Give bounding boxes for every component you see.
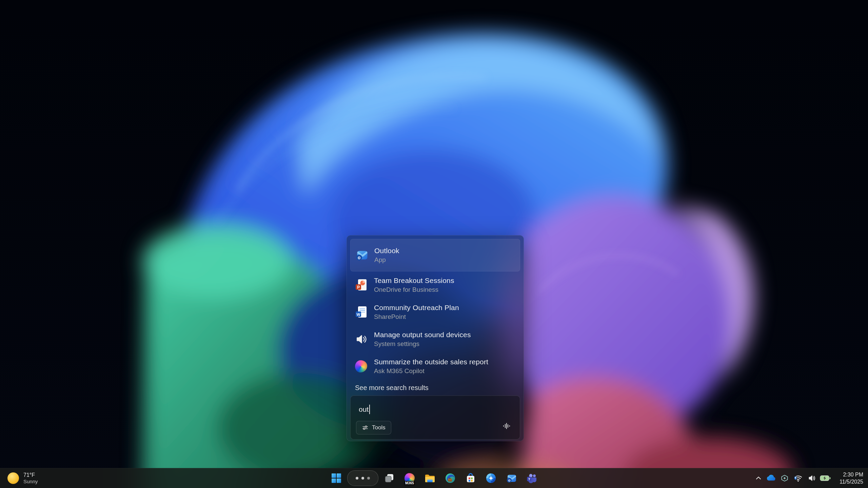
teams-icon: T xyxy=(526,473,537,484)
voice-waveform-icon xyxy=(502,422,511,430)
chevron-up-icon xyxy=(755,475,762,482)
search-result-outlook[interactable]: o Outlook App xyxy=(350,239,520,271)
task-view-icon xyxy=(384,473,394,483)
search-result-team-breakout-sessions[interactable]: P Team Breakout Sessions OneDrive for Bu… xyxy=(350,271,520,299)
file-explorer-icon xyxy=(425,473,435,484)
start-button[interactable] xyxy=(326,470,347,486)
taskbar-clock[interactable]: 2:30 PM 11/5/2025 xyxy=(835,471,863,485)
onedrive-tray-button[interactable] xyxy=(764,471,778,486)
result-subtitle: System settings xyxy=(374,340,471,348)
clock-time: 2:30 PM xyxy=(835,471,863,478)
see-more-search-results-link[interactable]: See more search results xyxy=(350,380,520,395)
studio-effects-tray-button[interactable] xyxy=(778,471,791,486)
search-result-community-outreach-plan[interactable]: W Community Outreach Plan SharePoint xyxy=(350,299,520,326)
result-title: Outlook xyxy=(374,247,399,255)
task-view-button[interactable] xyxy=(379,470,399,486)
outlook-button[interactable]: o xyxy=(501,470,521,486)
search-query-text: out xyxy=(359,405,369,413)
microsoft-365-app-icon xyxy=(486,473,496,484)
clock-date: 11/5/2025 xyxy=(835,478,863,485)
tools-button[interactable]: Tools xyxy=(356,421,391,434)
start-icon xyxy=(332,473,341,483)
result-subtitle: OneDrive for Business xyxy=(374,286,454,293)
microsoft-store-icon xyxy=(465,473,476,484)
search-flyout-panel: o Outlook App P Team Breakout Sessions O… xyxy=(347,235,524,441)
weather-condition: Sunny xyxy=(23,478,38,485)
svg-text:W: W xyxy=(357,312,360,317)
copilot-icon xyxy=(354,360,368,373)
outlook-app-icon: o xyxy=(355,248,368,262)
text-cursor xyxy=(369,405,370,414)
system-tray: 2:30 PM 11/5/2025 xyxy=(753,468,868,488)
speaker-icon xyxy=(807,474,816,483)
wifi-secure-icon xyxy=(793,474,803,483)
battery-tray-button[interactable] xyxy=(818,471,832,486)
result-subtitle: Ask M365 Copilot xyxy=(374,367,488,375)
sliders-icon xyxy=(362,424,369,431)
search-input[interactable]: out Tools xyxy=(350,395,520,440)
m365-copilot-app-button[interactable]: M365 xyxy=(399,470,420,486)
search-result-copilot-summarize[interactable]: Summarize the outside sales report Ask M… xyxy=(350,353,520,380)
search-result-manage-output-sound-devices[interactable]: Manage output sound devices System setti… xyxy=(350,326,520,353)
result-subtitle: App xyxy=(374,256,399,264)
tools-button-label: Tools xyxy=(372,424,386,431)
outlook-icon: o xyxy=(506,473,517,484)
word-file-icon: W xyxy=(354,305,368,319)
voice-search-button[interactable] xyxy=(501,420,512,432)
result-title: Manage output sound devices xyxy=(374,331,471,339)
teams-button[interactable]: T xyxy=(521,470,542,486)
svg-text:o: o xyxy=(358,255,360,260)
sun-icon xyxy=(7,472,19,484)
weather-temperature: 71°F xyxy=(23,472,38,478)
m365-badge: M365 xyxy=(404,481,415,485)
search-input-text: out xyxy=(359,405,370,414)
weather-widget[interactable]: 71°F Sunny xyxy=(3,468,42,488)
typing-dots-icon xyxy=(356,477,370,480)
tray-overflow-button[interactable] xyxy=(753,471,764,486)
svg-text:o: o xyxy=(508,478,511,482)
taskbar-center-icons: M365 xyxy=(326,468,542,488)
onedrive-icon xyxy=(766,475,776,482)
network-tray-button[interactable] xyxy=(791,471,805,486)
result-title: Community Outreach Plan xyxy=(374,304,459,312)
result-title: Team Breakout Sessions xyxy=(374,277,454,285)
studio-effects-icon xyxy=(780,474,789,483)
battery-charging-icon xyxy=(820,475,831,481)
edge-business-icon xyxy=(445,473,456,484)
edge-browser-button[interactable] xyxy=(440,470,460,486)
speaker-icon xyxy=(354,332,368,346)
result-subtitle: SharePoint xyxy=(374,313,459,321)
taskbar-search-box[interactable] xyxy=(347,470,378,486)
svg-text:T: T xyxy=(528,477,530,481)
file-explorer-button[interactable] xyxy=(420,470,440,486)
result-title: Summarize the outside sales report xyxy=(374,358,488,366)
microsoft-365-app-button[interactable] xyxy=(481,470,501,486)
volume-tray-button[interactable] xyxy=(805,471,818,486)
taskbar: 71°F Sunny xyxy=(0,468,868,488)
powerpoint-file-icon: P xyxy=(354,278,368,292)
microsoft-store-button[interactable] xyxy=(460,470,481,486)
svg-text:P: P xyxy=(357,285,360,290)
